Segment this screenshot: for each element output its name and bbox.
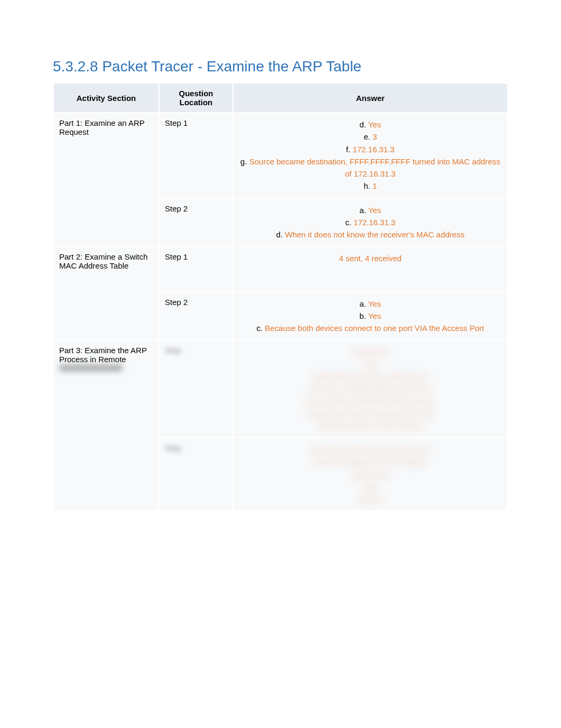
answer-line: b. Yes	[239, 310, 502, 322]
answer-line: d. Yes	[239, 118, 502, 131]
header-answer: Answer	[233, 83, 508, 113]
answer-label: a.	[360, 299, 368, 308]
answer-line: a. Yes	[239, 298, 502, 310]
answer-cell-blurred: documenttextinformation that has continu…	[233, 340, 508, 438]
answer-label: f.	[346, 145, 353, 154]
answer-text: Yes	[368, 120, 381, 129]
activity-cell: Part 3: Examine the ARP Process in Remot…	[53, 340, 159, 511]
blurred-content: documenttextinformation that has continu…	[239, 346, 502, 432]
answer-text: When it does not know the receiver's MAC…	[285, 230, 465, 239]
location-cell: Step 2	[159, 198, 233, 247]
answer-line: c. Because both devices connect to one p…	[239, 322, 502, 334]
location-cell: Step 2	[159, 292, 233, 340]
answer-text: Source became destination, FFFF.FFFF.FFF…	[249, 157, 500, 178]
location-cell: Step	[159, 438, 233, 511]
activity-cell: Part 2: Examine a Switch MAC Address Tab…	[53, 246, 159, 340]
header-activity: Activity Section	[53, 83, 159, 113]
blurred-subtitle	[59, 365, 123, 371]
answer-cell: 4 sent, 4 received	[233, 246, 508, 291]
answer-text: Because both devices connect to one port…	[265, 324, 484, 333]
answer-text: 4 sent, 4 received	[339, 254, 401, 263]
location-cell: Step 1	[159, 246, 233, 291]
answer-line: c. 172.16.31.3	[239, 216, 502, 228]
table-row: Part 1: Examine an ARP RequestStep 1d. Y…	[53, 113, 508, 198]
answer-cell: d. Yese. 3f. 172.16.31.3g. Source became…	[233, 113, 508, 198]
blurred-content: text that continues here and morewords a…	[239, 444, 502, 505]
location-cell: Step 1	[159, 113, 233, 198]
table-body: Part 1: Examine an ARP RequestStep 1d. Y…	[53, 113, 508, 511]
answer-text: Yes	[368, 311, 381, 320]
blurred-step-label: Step	[165, 346, 181, 355]
answer-label: c.	[256, 324, 265, 333]
answer-label: e.	[363, 132, 372, 141]
answer-label: c.	[345, 218, 353, 227]
answer-text: 172.16.31.3	[353, 218, 395, 227]
blurred-step-label: Step	[165, 444, 181, 453]
answer-cell-blurred: text that continues here and morewords a…	[233, 438, 508, 511]
answer-label: d.	[276, 230, 285, 239]
answer-line: g. Source became destination, FFFF.FFFF.…	[239, 155, 502, 180]
answer-text: Yes	[368, 299, 381, 308]
answers-table: Activity Section Question Location Answe…	[53, 82, 508, 511]
answer-text: 3	[372, 132, 377, 141]
answer-label: b.	[360, 311, 368, 320]
answer-line: d. When it does not know the receiver's …	[239, 228, 502, 241]
answer-line: 4 sent, 4 received	[239, 252, 502, 264]
table-row: Part 3: Examine the ARP Process in Remot…	[53, 340, 508, 438]
answer-line: f. 172.16.31.3	[239, 143, 502, 155]
answer-cell: a. Yesb. Yesc. Because both devices conn…	[233, 292, 508, 340]
answer-line: e. 3	[239, 131, 502, 143]
page-title: 5.3.2.8 Packet Tracer - Examine the ARP …	[53, 58, 508, 75]
answer-label: a.	[360, 206, 368, 215]
answer-text: Yes	[368, 206, 381, 215]
answer-text: 172.16.31.3	[353, 145, 395, 154]
answer-line: a. Yes	[239, 204, 502, 216]
answer-text: 1	[372, 181, 377, 190]
answer-label: h.	[363, 181, 372, 190]
answer-cell: a. Yesc. 172.16.31.3d. When it does not …	[233, 198, 508, 247]
answer-line: h. 1	[239, 180, 502, 192]
header-location: Question Location	[159, 83, 233, 113]
table-row: Part 2: Examine a Switch MAC Address Tab…	[53, 246, 508, 291]
location-cell: Step	[159, 340, 233, 438]
answer-label: d.	[360, 120, 368, 129]
activity-cell: Part 1: Examine an ARP Request	[53, 113, 159, 246]
answer-label: g.	[240, 157, 249, 166]
